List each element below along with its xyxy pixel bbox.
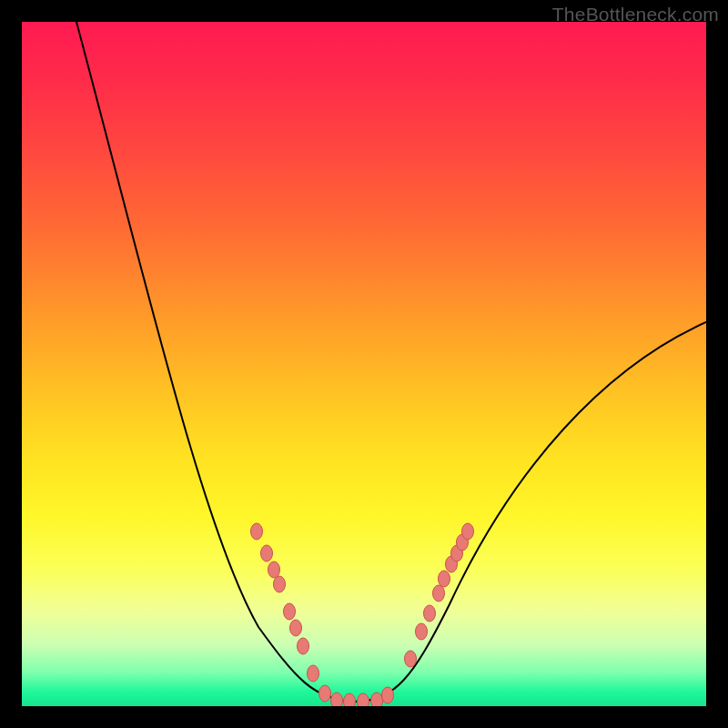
watermark-text: TheBottleneck.com	[552, 4, 719, 25]
data-point	[344, 693, 356, 706]
data-point	[268, 561, 280, 578]
data-point	[319, 685, 331, 702]
data-point	[382, 687, 394, 703]
chart-frame	[22, 22, 706, 706]
data-point	[416, 623, 428, 640]
data-point	[439, 571, 450, 587]
data-point	[433, 585, 445, 602]
data-point	[274, 576, 286, 592]
data-point	[251, 523, 263, 540]
data-dots	[251, 523, 474, 706]
bottleneck-plot	[22, 22, 706, 706]
data-point	[284, 603, 296, 620]
data-point	[261, 545, 273, 561]
data-point	[371, 693, 383, 706]
data-point	[424, 605, 436, 622]
data-point	[308, 665, 319, 682]
data-point	[405, 651, 417, 667]
data-point	[290, 620, 302, 636]
data-point	[462, 523, 474, 540]
bottleneck-curve	[76, 22, 706, 702]
data-point	[298, 638, 309, 654]
data-point	[331, 693, 343, 706]
data-point	[358, 693, 369, 706]
